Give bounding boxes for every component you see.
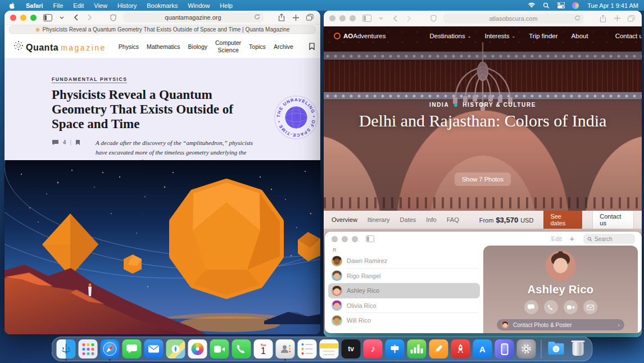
saved-bookmark-icon[interactable] [309, 43, 315, 50]
list-item[interactable]: Will Rico [328, 313, 480, 328]
call-button[interactable] [544, 300, 558, 314]
wifi-icon[interactable] [528, 2, 536, 9]
dock-rocket-icon[interactable] [451, 339, 470, 359]
dock-messages-icon[interactable] [123, 339, 142, 359]
reload-icon[interactable] [574, 15, 580, 22]
menu-item-history[interactable]: History [112, 2, 142, 9]
window-controls[interactable] [329, 15, 356, 21]
comments-count[interactable]: 4 [63, 139, 66, 146]
search-input[interactable]: Search [583, 234, 635, 244]
dock-notes-icon[interactable] [320, 339, 339, 359]
nav-topics[interactable]: Topics [249, 43, 266, 50]
nav-archive[interactable]: Archive [274, 43, 293, 50]
dock-downloads-icon[interactable]: ↓ [547, 339, 566, 359]
back-icon[interactable] [390, 13, 400, 24]
list-item[interactable]: Olivia Rico [328, 298, 480, 314]
quanta-logo[interactable]: Quantamagazine [13, 40, 106, 53]
tab-quanta[interactable]: Physicists Reveal a Quantum Geometry Tha… [9, 25, 316, 34]
menu-item-view[interactable]: View [89, 2, 112, 9]
dock-finder-icon[interactable] [57, 339, 76, 359]
add-contact-button[interactable]: + [570, 234, 574, 243]
breadcrumb-india[interactable]: INDIA [429, 102, 449, 108]
menu-item-help[interactable]: Help [215, 2, 238, 9]
tab-info[interactable]: Info [426, 216, 436, 223]
list-item[interactable]: Rigo Rangel [328, 269, 480, 284]
see-dates-button[interactable]: See dates [543, 210, 582, 230]
tab-itinerary[interactable]: Itinerary [368, 216, 390, 223]
tab-faq[interactable]: FAQ [447, 216, 459, 223]
contact-us-button[interactable]: Contact us [592, 210, 634, 230]
spotlight-icon[interactable] [542, 2, 550, 9]
dock-maps-icon[interactable] [166, 339, 185, 359]
dock-apps-icon[interactable] [79, 339, 98, 359]
article-kicker[interactable]: FUNDAMENTAL PHYSICS [52, 76, 127, 83]
dock-safari-icon[interactable] [101, 339, 120, 359]
nav-contact-us[interactable]: Contact us⌄ [615, 33, 642, 39]
reload-icon[interactable] [254, 13, 260, 21]
forward-icon[interactable] [85, 12, 95, 22]
dock-reminders-icon[interactable] [298, 339, 317, 359]
dock-photos-icon[interactable] [188, 339, 207, 359]
address-bar[interactable]: atlasobscura.com [443, 13, 584, 24]
address-bar[interactable]: quantamagazine.org [123, 12, 264, 22]
dock-trash-icon[interactable] [569, 339, 588, 359]
window-controls[interactable] [10, 15, 37, 21]
window-controls[interactable] [332, 236, 358, 242]
list-item[interactable]: Dawn Ramirez [328, 253, 480, 269]
back-icon[interactable] [71, 12, 81, 22]
tab-overview-icon[interactable] [626, 13, 636, 24]
dock-keynote-icon[interactable] [386, 339, 405, 359]
series-badge[interactable]: THE UNRAVELING • OF SPACE-TIME • [274, 96, 318, 139]
dock-numbers-icon[interactable] [407, 339, 427, 359]
dock-phone-icon[interactable] [232, 339, 251, 359]
menu-item-file[interactable]: File [48, 2, 69, 9]
tab-dates[interactable]: Dates [400, 216, 416, 223]
nav-about[interactable]: About [572, 33, 588, 39]
apple-menu-icon[interactable] [9, 2, 15, 9]
dock-contacts-icon[interactable] [276, 339, 295, 359]
chevron-down-icon[interactable] [376, 13, 386, 24]
tab-overview[interactable]: Overview [332, 216, 357, 223]
nav-physics[interactable]: Physics [119, 43, 139, 50]
menu-app-name[interactable]: Safari [21, 2, 48, 9]
menu-item-bookmarks[interactable]: Bookmarks [142, 2, 183, 9]
dock-facetime-icon[interactable] [210, 339, 229, 359]
message-button[interactable] [524, 300, 538, 314]
dock-iphone-mirroring-icon[interactable] [495, 339, 514, 359]
save-article-icon[interactable] [75, 139, 80, 146]
comments-icon[interactable] [52, 139, 59, 146]
dock-appstore-icon[interactable]: A [473, 339, 492, 359]
sidebar-icon[interactable] [365, 234, 375, 244]
nav-interests[interactable]: Interests⌄ [484, 33, 515, 39]
control-center-icon[interactable] [557, 2, 565, 9]
new-tab-icon[interactable] [291, 12, 301, 22]
menu-item-window[interactable]: Window [183, 2, 215, 9]
contact-detail-avatar[interactable] [546, 251, 576, 281]
chevron-down-icon[interactable] [57, 12, 67, 22]
dock-music-icon[interactable]: ♪ [364, 339, 383, 359]
siri-icon[interactable] [572, 2, 579, 9]
new-tab-icon[interactable] [612, 13, 622, 24]
dock-pages-icon[interactable] [429, 339, 448, 359]
dock-mail-icon[interactable] [144, 339, 164, 359]
nav-biology[interactable]: Biology [188, 43, 207, 50]
video-button[interactable] [564, 300, 578, 314]
privacy-shield-icon[interactable] [108, 12, 119, 22]
contact-photo-poster-row[interactable]: Contact Photo & Poster › [497, 319, 624, 330]
menu-clock[interactable]: Tue Apr 1 9:41 AM [587, 2, 638, 9]
nav-computer-science[interactable]: Computer Science [215, 39, 241, 53]
dock-settings-icon[interactable] [517, 339, 536, 359]
list-item-selected[interactable]: Ashley Rico [328, 283, 480, 298]
menu-item-edit[interactable]: Edit [68, 2, 89, 9]
forward-icon[interactable] [404, 13, 414, 24]
share-icon[interactable] [598, 13, 608, 24]
tab-overview-icon[interactable] [305, 12, 315, 22]
share-icon[interactable] [276, 12, 287, 22]
nav-destinations[interactable]: Destinations⌄ [429, 33, 471, 39]
dock-calendar-icon[interactable]: Tue 1 [254, 339, 273, 359]
privacy-shield-icon[interactable] [429, 13, 439, 24]
breadcrumb-history-culture[interactable]: HISTORY & CULTURE [462, 102, 536, 108]
show-photos-button[interactable]: Show 7 Photos [455, 173, 511, 186]
dock-tv-icon[interactable]: tv [342, 339, 361, 359]
nav-trip-finder[interactable]: Trip finder [529, 33, 557, 39]
